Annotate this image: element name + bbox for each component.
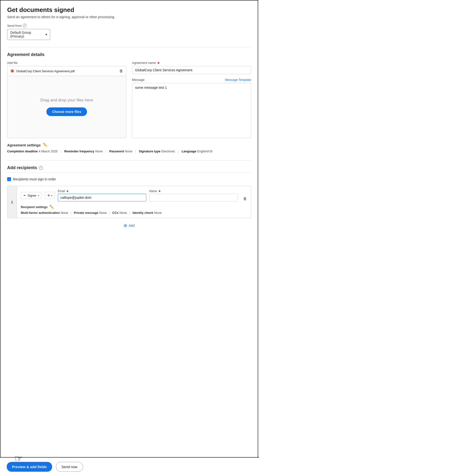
pdf-icon: ✺ <box>10 68 14 74</box>
settings-divider-2: | <box>106 150 106 153</box>
send-chevron-icon: ▾ <box>51 194 52 197</box>
page-title: Get documents signed <box>7 6 251 14</box>
ccs-label: CCs <box>112 211 119 214</box>
password-value: None <box>125 150 132 153</box>
choose-files-button[interactable]: Choose more files <box>46 107 87 116</box>
reminder-frequency-label: Reminder frequency <box>64 150 94 153</box>
name-field-label: Name ★ <box>149 189 238 193</box>
add-recipients-title: Add recipients <box>7 165 37 170</box>
identity-check-value: None <box>154 211 162 214</box>
ccs-value: None <box>119 211 127 214</box>
recipient-settings-meta: Multi-factor authentication None | Priva… <box>21 211 247 214</box>
add-recipients-header: Add recipients ? <box>7 165 251 170</box>
message-textarea[interactable] <box>132 83 251 138</box>
send-paper-icon: ✈ <box>47 194 50 197</box>
delete-file-icon[interactable]: 🗑 <box>119 69 123 73</box>
name-input-1[interactable] <box>149 194 238 201</box>
recipient-number-1: 1 <box>8 186 17 218</box>
send-from-label: Send from ? <box>7 24 251 27</box>
send-from-info-icon[interactable]: ? <box>23 24 26 27</box>
section-divider-recipients-2 <box>7 172 251 172</box>
message-template-link[interactable]: Message Template <box>225 78 251 82</box>
email-input-1[interactable] <box>58 194 147 201</box>
add-plus-icon: ⊕ <box>124 223 127 228</box>
agreement-settings-title: Agreement settings <box>7 143 41 147</box>
rs-divider-3: | <box>129 211 130 214</box>
language-value: English/US <box>197 150 213 153</box>
mfa-value: None <box>61 211 68 214</box>
required-star: ★ <box>157 61 160 65</box>
email-field-label: Email ★ <box>58 189 147 193</box>
signer-dropdown[interactable]: ✒ Signer ▾ <box>21 192 42 199</box>
section-divider-recipients <box>7 160 251 161</box>
signature-type-value: Electronic <box>161 150 175 153</box>
edit-recipient-settings-icon[interactable]: ✏️ <box>50 205 54 209</box>
rs-divider-2: | <box>109 211 110 214</box>
message-label: Message <box>132 78 145 82</box>
chevron-down-icon: ▾ <box>45 33 47 36</box>
send-from-dropdown[interactable]: Default Group (Primary) ▾ <box>7 29 50 40</box>
recipient-card-1: 1 ✒ Signer ▾ ✈ ▾ Email ★ <box>7 186 251 218</box>
add-recipient-row[interactable]: ⊕ Add <box>7 223 251 228</box>
section-divider-agreement <box>7 47 251 47</box>
add-file-label: Add file <box>7 61 126 65</box>
recipients-info-icon[interactable]: ? <box>39 166 43 170</box>
add-label: Add <box>129 224 134 228</box>
settings-divider-1: | <box>60 150 61 153</box>
drop-zone[interactable]: Drag and drop your files here Choose mor… <box>7 76 126 138</box>
recipient-settings-label: Recipient settings <box>21 205 48 209</box>
agreement-settings-header: Agreement settings ✏️ <box>7 143 251 147</box>
settings-divider-3: | <box>135 150 136 153</box>
sign-in-order-checkbox[interactable]: ✓ <box>7 177 11 181</box>
drop-zone-text: Drag and drop your files here <box>40 98 93 103</box>
settings-row: Completion deadline 4 March 2025 | Remin… <box>7 150 251 153</box>
sign-in-order-label: Recipients must sign in order <box>13 177 56 181</box>
language-label: Language <box>182 150 196 153</box>
send-from-value: Default Group (Primary) <box>10 31 45 38</box>
page-subtitle: Send an agreement to others for e-signin… <box>7 15 251 19</box>
completion-deadline-value: 4 March 2025 <box>39 150 58 153</box>
agreement-name-input[interactable] <box>132 66 251 74</box>
identity-check-label: Identity check <box>133 211 153 214</box>
signer-label: Signer <box>27 194 37 197</box>
private-message-label: Private message <box>74 211 99 214</box>
file-name: GlobalCorp Client Services Agreement.pdf <box>16 69 119 73</box>
rs-divider-1: | <box>71 211 71 214</box>
settings-divider-4: | <box>178 150 179 153</box>
agreement-name-label: Agreement name ★ <box>132 61 251 65</box>
edit-settings-icon[interactable]: ✏️ <box>43 143 48 147</box>
send-method-btn[interactable]: ✈ ▾ <box>45 192 55 199</box>
private-message-value: None <box>99 211 107 214</box>
signature-type-label: Signature type <box>139 150 160 153</box>
agreement-details-title: Agreement details <box>7 52 251 57</box>
signer-chevron-icon: ▾ <box>38 194 39 197</box>
completion-deadline-label: Completion deadline <box>7 150 38 153</box>
preview-add-fields-button[interactable]: Preview & add fields <box>7 462 52 472</box>
delete-recipient-icon[interactable]: 🗑 <box>243 197 247 201</box>
password-label: Password <box>109 150 124 153</box>
signer-icon: ✒ <box>24 194 26 197</box>
send-now-button[interactable]: Send now <box>56 462 83 472</box>
reminder-frequency-value: None <box>95 150 103 153</box>
mfa-label: Multi-factor authentication <box>21 211 60 214</box>
sign-in-order-row: ✓ Recipients must sign in order <box>7 177 251 181</box>
bottom-bar: Preview & add fields Send now <box>0 457 258 476</box>
file-item: ✺ GlobalCorp Client Services Agreement.p… <box>7 66 126 76</box>
